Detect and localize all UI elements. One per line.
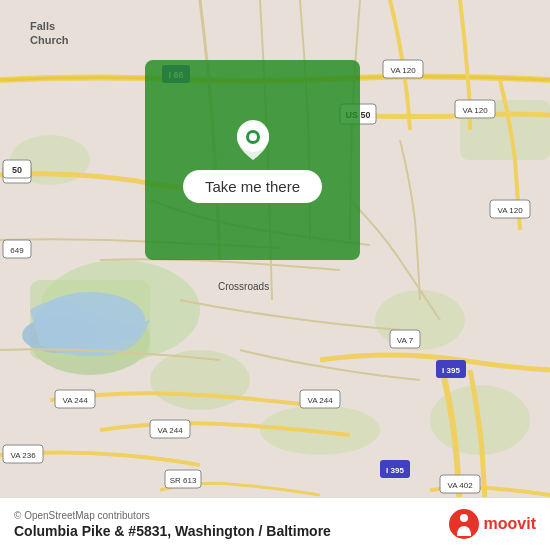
svg-text:I 395: I 395 <box>386 466 404 475</box>
destination-overlay: Take me there <box>145 60 360 260</box>
svg-text:VA 120: VA 120 <box>390 66 416 75</box>
location-pin-icon <box>231 118 275 162</box>
svg-text:50: 50 <box>12 165 22 175</box>
svg-text:VA 7: VA 7 <box>397 336 414 345</box>
moovit-brand-icon <box>448 508 480 540</box>
svg-text:VA 236: VA 236 <box>10 451 36 460</box>
svg-text:VA 244: VA 244 <box>307 396 333 405</box>
bottom-left-info: © OpenStreetMap contributors Columbia Pi… <box>14 510 331 539</box>
take-me-there-button[interactable]: Take me there <box>183 170 322 203</box>
svg-text:SR 613: SR 613 <box>170 476 197 485</box>
svg-text:VA 120: VA 120 <box>497 206 523 215</box>
svg-text:Falls: Falls <box>30 20 55 32</box>
svg-text:VA 402: VA 402 <box>447 481 473 490</box>
map-container: I 66 VA 7 50 649 US 50 VA 120 VA 120 VA … <box>0 0 550 550</box>
svg-point-53 <box>460 514 468 522</box>
svg-point-51 <box>249 133 257 141</box>
svg-text:VA 244: VA 244 <box>62 396 88 405</box>
moovit-logo: moovit <box>448 508 536 540</box>
svg-text:VA 120: VA 120 <box>462 106 488 115</box>
svg-text:VA 244: VA 244 <box>157 426 183 435</box>
svg-text:Crossroads: Crossroads <box>218 281 269 292</box>
svg-text:I 395: I 395 <box>442 366 460 375</box>
moovit-brand-text: moovit <box>484 515 536 533</box>
location-title: Columbia Pike & #5831, Washington / Balt… <box>14 523 331 539</box>
svg-text:Church: Church <box>30 34 69 46</box>
map-attribution: © OpenStreetMap contributors <box>14 510 331 521</box>
bottom-info-bar: © OpenStreetMap contributors Columbia Pi… <box>0 497 550 550</box>
svg-text:649: 649 <box>10 246 24 255</box>
